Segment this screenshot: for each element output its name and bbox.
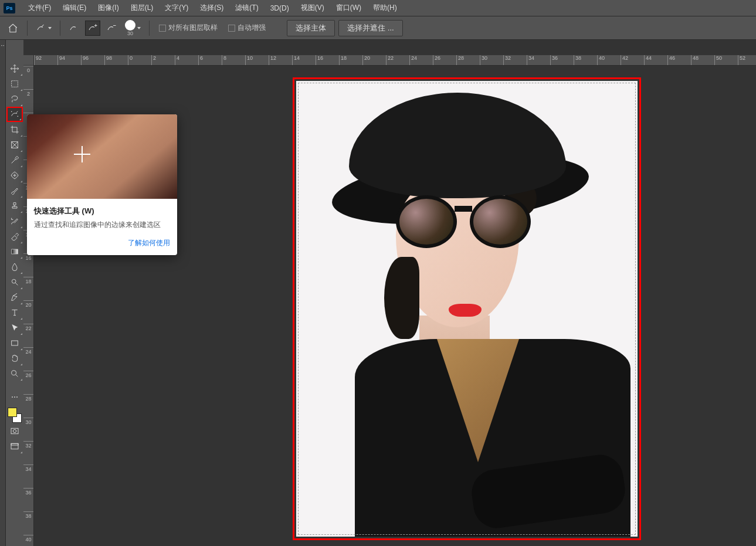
eyedropper-tool[interactable] bbox=[6, 152, 23, 168]
ruler-tick: 38 bbox=[23, 511, 33, 535]
canvas[interactable] bbox=[296, 81, 638, 537]
menu-help[interactable]: 帮助(H) bbox=[367, 1, 403, 15]
ruler-tick: 32 bbox=[503, 55, 527, 65]
spot-healing-tool[interactable] bbox=[6, 168, 23, 183]
edit-toolbar-button[interactable]: ⋯ bbox=[6, 389, 23, 405]
figure-hat bbox=[349, 93, 566, 198]
pen-tool[interactable] bbox=[6, 290, 23, 305]
auto-enhance-label: 自动增强 bbox=[238, 23, 266, 33]
divider bbox=[27, 21, 28, 36]
brush-preview-icon bbox=[125, 20, 135, 30]
move-tool[interactable] bbox=[6, 61, 23, 76]
svg-rect-10 bbox=[11, 443, 18, 445]
ruler-tick: 2 bbox=[151, 55, 175, 65]
ruler-tick: 16 bbox=[23, 253, 33, 277]
ruler-tick: 30 bbox=[23, 418, 33, 441]
foreground-swatch[interactable] bbox=[8, 408, 17, 417]
ruler-tick: 6 bbox=[198, 55, 222, 65]
history-brush-tool[interactable] bbox=[6, 213, 23, 229]
svg-rect-9 bbox=[11, 443, 18, 449]
ruler-tick: 96 bbox=[81, 55, 104, 65]
lasso-tool[interactable] bbox=[6, 91, 23, 107]
ruler-tick: 34 bbox=[23, 464, 33, 488]
figure-sunglasses bbox=[396, 195, 531, 248]
ps-logo-icon: Ps bbox=[4, 3, 15, 13]
svg-rect-3 bbox=[12, 249, 18, 254]
ruler-tick: 26 bbox=[433, 55, 456, 65]
menu-layer[interactable]: 图层(L) bbox=[125, 1, 160, 15]
ruler-tick: 12 bbox=[269, 55, 292, 65]
options-bar: 30 对所有图层取样 自动增强 选择主体 选择并遮住 ... bbox=[0, 16, 756, 40]
rectangle-tool[interactable] bbox=[6, 335, 23, 351]
home-button[interactable] bbox=[5, 20, 21, 36]
eraser-tool[interactable] bbox=[6, 229, 23, 244]
brush-size-label: 30 bbox=[127, 30, 133, 36]
menu-window[interactable]: 窗口(W) bbox=[330, 1, 367, 15]
menu-select[interactable]: 选择(S) bbox=[194, 1, 229, 15]
tooltip-learn-link[interactable]: 了解如何使用 bbox=[128, 239, 170, 247]
tools-panel: ⋯ bbox=[6, 40, 23, 546]
quick-mask-button[interactable] bbox=[6, 423, 23, 439]
tooltip-title: 快速选择工具 (W) bbox=[34, 206, 170, 216]
sample-all-layers-checkbox[interactable]: 对所有图层取样 bbox=[159, 23, 218, 33]
ruler-tick: 40 bbox=[597, 55, 621, 65]
ruler-tick: 8 bbox=[222, 55, 245, 65]
ruler-tick: 10 bbox=[245, 55, 269, 65]
ruler-tick: 18 bbox=[23, 277, 33, 300]
ruler-tick: 94 bbox=[57, 55, 81, 65]
menu-3d[interactable]: 3D(D) bbox=[265, 2, 295, 15]
blur-tool[interactable] bbox=[6, 259, 23, 274]
ruler-tick: 26 bbox=[23, 371, 33, 394]
select-and-mask-button[interactable]: 选择并遮住 ... bbox=[338, 20, 403, 36]
marquee-tool[interactable] bbox=[6, 76, 23, 91]
svg-rect-5 bbox=[12, 341, 18, 345]
svg-rect-7 bbox=[11, 428, 18, 433]
menu-bar: Ps 文件(F) 编辑(E) 图像(I) 图层(L) 文字(Y) 选择(S) 滤… bbox=[0, 0, 756, 16]
tool-preset-picker[interactable] bbox=[33, 21, 54, 36]
ruler-tick: 44 bbox=[644, 55, 667, 65]
screen-mode-button[interactable] bbox=[6, 439, 23, 454]
panel-gutter: ·· bbox=[0, 40, 6, 546]
color-swatches[interactable] bbox=[7, 407, 22, 423]
divider bbox=[149, 21, 150, 36]
brush-preset-picker[interactable]: 30 bbox=[123, 21, 143, 36]
ruler-tick: 20 bbox=[23, 300, 33, 324]
ruler-tick: 36 bbox=[550, 55, 574, 65]
ruler-tick: 0 bbox=[23, 66, 33, 89]
ruler-tick: 4 bbox=[175, 55, 198, 65]
menu-type[interactable]: 文字(Y) bbox=[159, 1, 194, 15]
ruler-tick: 14 bbox=[292, 55, 316, 65]
figure-lips bbox=[449, 304, 482, 317]
quick-selection-tool[interactable] bbox=[6, 107, 23, 122]
svg-point-8 bbox=[13, 429, 16, 432]
crop-tool[interactable] bbox=[6, 122, 23, 137]
ruler-tick: 20 bbox=[362, 55, 386, 65]
zoom-tool[interactable] bbox=[6, 366, 23, 381]
ruler-origin[interactable] bbox=[23, 55, 34, 66]
clone-stamp-tool[interactable] bbox=[6, 198, 23, 213]
subtract-from-selection-button[interactable] bbox=[104, 21, 119, 36]
hand-tool[interactable] bbox=[6, 351, 23, 366]
ruler-tick: 52 bbox=[738, 55, 756, 65]
menu-filter[interactable]: 滤镜(T) bbox=[229, 1, 264, 15]
ruler-tick: 92 bbox=[34, 55, 57, 65]
menu-view[interactable]: 视图(V) bbox=[295, 1, 330, 15]
horizontal-ruler[interactable]: 9294969802468101214161820222426283032343… bbox=[34, 55, 756, 66]
select-subject-button[interactable]: 选择主体 bbox=[287, 20, 335, 36]
add-to-selection-button[interactable] bbox=[85, 21, 100, 36]
type-tool[interactable] bbox=[6, 305, 23, 320]
new-selection-button[interactable] bbox=[66, 21, 82, 36]
divider bbox=[60, 21, 60, 36]
frame-tool[interactable] bbox=[6, 137, 23, 152]
dodge-tool[interactable] bbox=[6, 274, 23, 290]
menu-image[interactable]: 图像(I) bbox=[92, 1, 124, 15]
path-selection-tool[interactable] bbox=[6, 320, 23, 335]
menu-edit[interactable]: 编辑(E) bbox=[57, 1, 92, 15]
gradient-tool[interactable] bbox=[6, 244, 23, 259]
auto-enhance-checkbox[interactable]: 自动增强 bbox=[228, 23, 266, 33]
brush-tool[interactable] bbox=[6, 183, 23, 198]
tooltip-description: 通过查找和追踪图像中的边缘来创建选区 bbox=[34, 220, 170, 230]
ruler-tick: 24 bbox=[409, 55, 433, 65]
ruler-tick: 22 bbox=[386, 55, 409, 65]
menu-file[interactable]: 文件(F) bbox=[22, 1, 57, 15]
